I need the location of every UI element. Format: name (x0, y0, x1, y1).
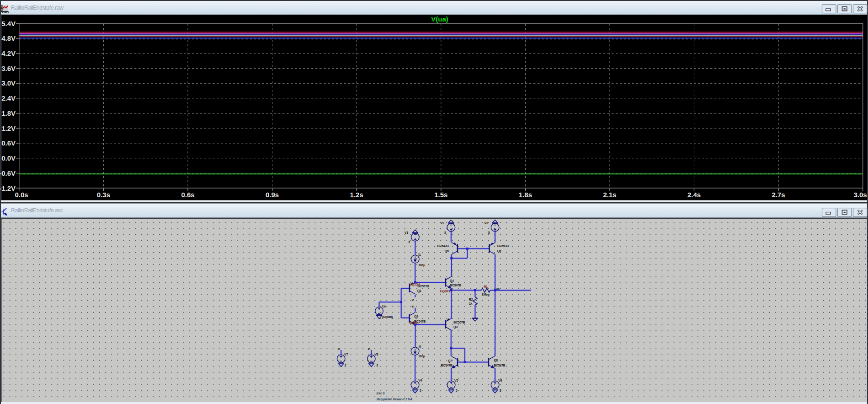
svg-text:5.4V: 5.4V (1, 20, 16, 27)
svg-text:2.1s: 2.1s (603, 191, 616, 199)
svg-text:3.0V: 3.0V (1, 79, 16, 87)
svg-text:I4: I4 (419, 345, 421, 348)
svg-text:0.0V: 0.0V (1, 154, 16, 162)
svg-text:V7: V7 (344, 353, 348, 356)
svg-text:Q8: Q8 (494, 359, 498, 362)
svg-text:BC547B: BC547B (437, 244, 448, 248)
svg-text:0.6V: 0.6V (1, 139, 16, 147)
svg-text:InQ1Q4: InQ1Q4 (409, 283, 420, 286)
svg-text:5: 5 (409, 240, 410, 243)
svg-text:Q2: Q2 (414, 315, 418, 318)
svg-text:1.2s: 1.2s (350, 191, 363, 199)
svg-text:-2: -2 (375, 364, 378, 367)
svg-text:RailtoRailEndstufe.asc: RailtoRailEndstufe.asc (11, 207, 63, 214)
svg-text:V3: V3 (485, 221, 488, 225)
svg-text:V4: V4 (418, 379, 422, 382)
svg-text:Ue: Ue (382, 305, 386, 308)
svg-text:2: 2 (345, 364, 346, 367)
svg-text:0.3s: 0.3s (97, 191, 110, 199)
svg-text:-5: -5 (455, 389, 458, 392)
svg-text:V1: V1 (405, 231, 408, 234)
svg-text:Q7: Q7 (448, 359, 452, 363)
svg-text:2.7s: 2.7s (772, 191, 785, 199)
svg-text:100µ: 100µ (418, 355, 425, 358)
svg-text:Q1: Q1 (417, 289, 421, 293)
svg-text:R2: R2 (469, 298, 473, 301)
svg-text:V2: V2 (441, 221, 444, 225)
svg-text:3.0s: 3.0s (853, 191, 867, 199)
svg-text:.step param Uewal -2 2 0.4: .step param Uewal -2 2 0.4 (376, 398, 412, 401)
svg-text:InQ1I4: InQ1I4 (410, 321, 419, 325)
svg-text:{Uewal}: {Uewal} (382, 315, 393, 319)
svg-text:.tran 3: .tran 3 (376, 392, 384, 395)
svg-text:5: 5 (444, 231, 446, 234)
svg-text:2.4V: 2.4V (1, 94, 16, 102)
svg-text:0.0s: 0.0s (15, 191, 28, 199)
svg-text:Q3: Q3 (453, 325, 458, 329)
svg-text:5: 5 (488, 231, 490, 234)
svg-text:RailtoRailEndstufe.raw: RailtoRailEndstufe.raw (11, 5, 64, 11)
svg-text:-5: -5 (419, 389, 421, 392)
svg-text:Q6: Q6 (497, 249, 501, 253)
svg-text:BC547B: BC547B (441, 364, 452, 367)
svg-text:4.8V: 4.8V (1, 34, 16, 42)
svg-text:V5: V5 (454, 379, 458, 382)
svg-text:1.8s: 1.8s (519, 191, 532, 199)
svg-text:BC547B: BC547B (494, 364, 505, 367)
svg-text:Q4: Q4 (450, 279, 454, 283)
svg-text:1k: 1k (469, 302, 473, 305)
svg-text:BC547B: BC547B (450, 284, 461, 287)
svg-text:100µ: 100µ (418, 264, 425, 267)
svg-text:InQ3R1: InQ3R1 (440, 290, 450, 293)
svg-text:Q5: Q5 (445, 249, 449, 253)
svg-text:V(ua): V(ua) (431, 15, 448, 23)
svg-text:ua: ua (496, 287, 500, 290)
svg-text:2.4s: 2.4s (687, 191, 701, 199)
svg-text:1.5s: 1.5s (434, 191, 447, 199)
svg-text:BC557B: BC557B (497, 244, 509, 248)
svg-text:4.2V: 4.2V (1, 49, 16, 57)
svg-text:V8: V8 (375, 353, 378, 356)
svg-text:1.8V: 1.8V (1, 109, 16, 117)
svg-text:-5: -5 (499, 389, 501, 392)
svg-text:-0.6V: -0.6V (0, 169, 16, 177)
svg-text:R1: R1 (484, 285, 488, 288)
svg-text:1Meg: 1Meg (482, 293, 490, 296)
svg-text:3.6V: 3.6V (1, 65, 16, 72)
svg-text:-1.2V: -1.2V (0, 184, 16, 192)
svg-text:1.2V: 1.2V (1, 124, 16, 132)
svg-text:V6: V6 (498, 379, 502, 382)
svg-text:0.9s: 0.9s (266, 191, 279, 199)
svg-text:0.6s: 0.6s (181, 191, 194, 199)
svg-text:I1: I1 (418, 253, 421, 256)
svg-text:BC557B: BC557B (453, 321, 465, 324)
